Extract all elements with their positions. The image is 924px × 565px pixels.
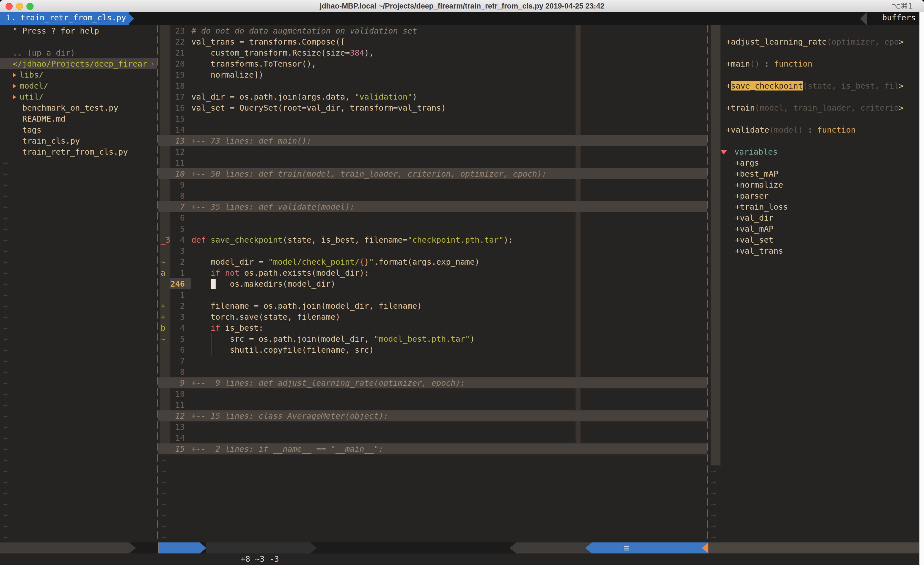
tagbar-tag[interactable]: +adjust_learning_rate(optimizer, epo> xyxy=(708,36,920,47)
fold-line[interactable]: 10+-- 50 lines: def train(model, train_l… xyxy=(158,168,707,179)
tree-root[interactable]: </jdhao/Projects/deep_firear› xyxy=(0,58,157,69)
window-separator-left[interactable] xyxy=(157,25,158,542)
tag-token: > xyxy=(899,37,904,47)
code-line[interactable]: 6 xyxy=(158,212,707,223)
code-line[interactable]: 8 xyxy=(158,190,707,201)
sign-column xyxy=(160,179,170,190)
empty-line-tilde: ~ xyxy=(711,499,716,509)
lines-icon xyxy=(624,546,629,550)
tagbar-tag[interactable]: +normalize xyxy=(708,179,920,190)
tagbar-tag[interactable]: +val_trans xyxy=(708,245,920,256)
tagbar-tag[interactable]: +parser xyxy=(708,190,920,201)
tagbar-tag[interactable]: +save_checkpoint(state, is_best, fil> xyxy=(708,80,920,91)
empty-line-tilde: ~ xyxy=(161,466,166,476)
empty-line-tilde: ~ xyxy=(3,400,8,410)
git-hunks: +8 ~3 -3 xyxy=(241,554,279,563)
tree-item-file[interactable]: README.md xyxy=(0,113,157,124)
code-line[interactable]: 20 transforms.ToTensor(), xyxy=(158,58,707,69)
tag-token: +normalize xyxy=(735,180,783,189)
code-line[interactable]: 6 shutil.copyfile(filename, src) xyxy=(158,344,707,355)
tagbar-tag[interactable]: +val_mAP xyxy=(708,223,920,234)
tagbar-tag[interactable]: +args xyxy=(708,157,920,168)
code-line[interactable]: 21 custom_transform.Resize(size=384), xyxy=(158,47,707,58)
code-line[interactable]: 16val_set = QuerySet(root=val_dir, trans… xyxy=(158,102,707,113)
code-line[interactable]: +2 filename = os.path.join(model_dir, fi… xyxy=(158,301,707,311)
fold-line[interactable]: 13+-- 73 lines: def main(): xyxy=(158,135,707,146)
code-line[interactable]: 19 normalize]) xyxy=(158,69,707,80)
code-line[interactable]: 8 xyxy=(158,367,707,377)
code-line[interactable]: 22val_trans = transforms.Compose([ xyxy=(158,36,707,47)
tagbar-tag[interactable]: +train_loss xyxy=(708,201,920,212)
tree-item-file[interactable]: train_cls.py xyxy=(0,135,157,146)
code-line[interactable]: 246 os.makedirs(model_dir) xyxy=(158,278,707,289)
code-line[interactable]: 14 xyxy=(158,433,707,443)
fold-line[interactable]: 12+-- 15 lines: class AverageMeter(objec… xyxy=(158,410,707,421)
code-line[interactable]: 13 xyxy=(158,421,707,433)
fold-line[interactable]: 15+-- 2 lines: if __name__ == "__main__"… xyxy=(158,443,707,454)
code-line[interactable]: 18 xyxy=(158,80,707,91)
empty-line-tilde: ~ xyxy=(3,344,8,355)
tree-text-line: .. (up a dir) xyxy=(0,47,157,58)
tree-item-dir[interactable]: util/ xyxy=(0,91,157,102)
code-line[interactable]: 23# do not do data augmentation on valid… xyxy=(158,25,707,36)
empty-line-tilde: ~ xyxy=(711,520,716,532)
tree-item-file[interactable]: tags xyxy=(0,124,157,135)
tree-item-dir[interactable]: libs/ xyxy=(0,69,157,80)
code-line[interactable]: b4 if is_best: xyxy=(158,322,707,334)
code-line[interactable]: 7 xyxy=(158,355,707,367)
code-line[interactable]: 1 xyxy=(158,289,707,301)
scrollbar[interactable] xyxy=(920,12,924,565)
code-line[interactable]: 12 xyxy=(158,146,707,157)
tab-train-retr-from-cls[interactable]: 1. train_retr_from_cls.py xyxy=(0,12,129,25)
code-line[interactable]: 3 xyxy=(158,245,707,256)
tree-item-file[interactable]: train_retr_from_cls.py xyxy=(0,146,157,157)
code-line[interactable]: ~5 src = os.path.join(model_dir, "model_… xyxy=(158,334,707,344)
code-line[interactable]: 9 xyxy=(158,179,707,190)
empty-line-tilde: ~ xyxy=(161,454,166,466)
tagbar-tag[interactable]: +val_set xyxy=(708,234,920,245)
line-number: 13 xyxy=(170,421,185,433)
tagbar-section[interactable]: variables xyxy=(708,146,920,157)
tagbar-tag[interactable]: +validate(model) : function xyxy=(708,124,920,135)
code-line[interactable]: 5 xyxy=(158,223,707,234)
empty-line-tilde: ~ xyxy=(161,499,166,509)
empty-line-tilde: ~ xyxy=(3,466,8,476)
line-number: 5 xyxy=(170,223,185,234)
tag-token: (model) xyxy=(769,125,803,135)
code-line[interactable]: 10 xyxy=(158,388,707,400)
tagbar-tag[interactable]: +val_dir xyxy=(708,212,920,223)
code-line[interactable]: a1 if not os.path.exists(model_dir): xyxy=(158,267,707,278)
code-line[interactable]: 11 xyxy=(158,157,707,168)
fold-line[interactable]: 9+-- 9 lines: def adjust_learning_rate(o… xyxy=(158,377,707,388)
code-line[interactable]: 11 xyxy=(158,400,707,410)
empty-line-tilde: ~ xyxy=(3,410,8,421)
tree-file-name: tags xyxy=(13,125,42,135)
empty-line-tilde: ~ xyxy=(3,487,8,499)
fold-line[interactable]: 7+-- 35 lines: def validate(model): xyxy=(158,201,707,212)
code-line[interactable]: +3 torch.save(state, filename) xyxy=(158,311,707,322)
code-line[interactable]: 17val_dir = os.path.join(args.data, "val… xyxy=(158,91,707,102)
code-line[interactable]: 14 xyxy=(158,124,707,135)
code-line[interactable]: 15 xyxy=(158,113,707,124)
tree-item-dir[interactable]: model/ xyxy=(0,80,157,91)
empty-line-tilde: ~ xyxy=(3,289,8,301)
tree-item-file[interactable]: benchmark_on_test.py xyxy=(0,102,157,113)
titlebar: jdhao-MBP.local ~/Projects/deep_firearm/… xyxy=(0,0,924,13)
code-line[interactable]: ~2 model_dir = "model/check_point/{}".fo… xyxy=(158,256,707,267)
empty-line-tilde: ~ xyxy=(711,532,716,542)
window-separator-right[interactable] xyxy=(707,25,708,542)
tree-label: .. (up a dir) xyxy=(13,47,75,58)
code-line[interactable]: _34def save_checkpoint(state, is_best, f… xyxy=(158,234,707,245)
empty-line-tilde: ~ xyxy=(711,509,716,520)
tagbar-tag[interactable]: +main() : function xyxy=(708,58,920,69)
tagbar-tag[interactable]: +train(model, train_loader, criterio> xyxy=(708,102,920,113)
command-line[interactable] xyxy=(0,553,924,565)
tabline: 1. train_retr_from_cls.py buffers xyxy=(0,12,924,25)
tree-dir-name: model/ xyxy=(20,81,48,90)
fold-text: +-- 73 lines: def main(): xyxy=(191,135,312,146)
tagbar-tag[interactable]: +best_mAP xyxy=(708,168,920,179)
sign-column xyxy=(160,157,170,168)
code-token: if not xyxy=(211,268,240,278)
sign-column xyxy=(160,25,170,36)
sign-column xyxy=(160,355,170,367)
